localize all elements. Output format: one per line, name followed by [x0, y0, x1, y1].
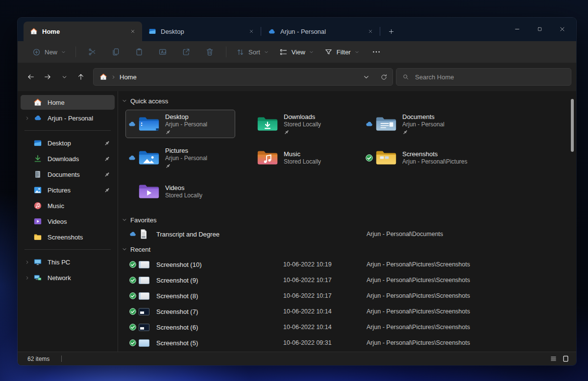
check-status-icon [129, 308, 137, 315]
tab-separator [380, 27, 380, 36]
recent-row[interactable]: Screenshot (9) 10-06-2022 10:17 Arjun - … [122, 272, 576, 288]
address-dropdown-icon[interactable] [363, 74, 369, 80]
recent-row[interactable]: Screenshot (7) 10-06-2022 10:14 Arjun - … [122, 304, 576, 319]
rename-button[interactable] [151, 44, 174, 60]
see-more-button[interactable] [365, 44, 388, 60]
sidebar-item-label: Arjun - Personal [48, 115, 115, 122]
section-quick-access[interactable]: Quick access [122, 96, 576, 105]
sidebar-item-downloads[interactable]: Downloads [21, 151, 115, 166]
pin-icon [104, 156, 110, 162]
address-row: Home [18, 63, 576, 91]
share-button[interactable] [175, 44, 197, 60]
tile-desktop[interactable]: Desktop Arjun - Personal [125, 110, 235, 138]
tile-videos[interactable]: Videos Stored Locally [125, 177, 235, 206]
chevron-down-icon [309, 50, 314, 54]
document-file-icon [139, 229, 155, 239]
sidebar-item-network[interactable]: Network [21, 270, 115, 285]
section-recent[interactable]: Recent [122, 245, 576, 254]
view-button[interactable]: View [274, 45, 318, 60]
recent-locations-button[interactable] [56, 69, 73, 85]
tile-subtitle: Arjun - Personal [402, 121, 444, 128]
address-bar[interactable]: Home [93, 68, 393, 86]
recent-row[interactable]: Screenshot (5) 10-06-2022 09:31 Arjun - … [122, 335, 576, 351]
maximize-button[interactable] [528, 18, 551, 40]
sidebar-item-onedrive[interactable]: Arjun - Personal [21, 111, 115, 125]
tile-music[interactable]: Music Stored Locally [244, 143, 354, 172]
tile-downloads[interactable]: Downloads Stored Locally [244, 110, 354, 138]
section-label: Favorites [130, 216, 156, 224]
up-button[interactable] [73, 69, 89, 85]
sidebar-item-documents[interactable]: Documents [21, 167, 115, 182]
new-tab-button[interactable] [388, 28, 394, 35]
sidebar-item-desktop[interactable]: Desktop [21, 136, 115, 150]
tab-close-icon[interactable] [249, 29, 254, 34]
expand-chevron[interactable] [21, 276, 33, 280]
chevron-down-icon [122, 217, 127, 222]
cut-button[interactable] [81, 44, 103, 60]
tab-home[interactable]: Home [24, 22, 142, 41]
recent-row[interactable]: Screenshot (8) 10-06-2022 10:17 Arjun - … [122, 288, 576, 304]
tile-text: Music Stored Locally [284, 150, 321, 165]
videos-folder-icon [138, 182, 160, 201]
file-path: Arjun - Personal\Pictures\Screenshots [367, 292, 576, 299]
search-input[interactable] [415, 73, 565, 81]
section-label: Quick access [130, 97, 168, 105]
file-date: 10-06-2022 09:31 [283, 339, 367, 346]
pin-icon [165, 163, 171, 169]
status-separator [61, 356, 62, 362]
tile-screenshots[interactable]: Screenshots Arjun - Personal\Pictures [363, 143, 472, 172]
file-path: Arjun - Personal\Pictures\Screenshots [367, 308, 576, 315]
sidebar-item-home[interactable]: Home [21, 95, 115, 110]
check-status-icon [129, 339, 137, 347]
view-toggles [550, 355, 569, 362]
tab-arjun-personal[interactable]: Arjun - Personal [261, 22, 380, 41]
tile-pictures[interactable]: Pictures Arjun - Personal [125, 143, 235, 172]
copy-button[interactable] [104, 44, 127, 60]
tab-close-icon[interactable] [368, 29, 373, 34]
pin-icon [402, 129, 408, 135]
back-button[interactable] [23, 69, 39, 85]
cloud-status-icon [128, 154, 136, 162]
chevron-down-icon [264, 50, 269, 54]
file-path: Arjun - Personal\Pictures\Screenshots [367, 339, 576, 346]
filter-button[interactable]: Filter [319, 45, 364, 60]
search-box[interactable] [396, 68, 571, 86]
expand-chevron[interactable] [21, 116, 33, 120]
recent-row[interactable]: Screenshot (10) 10-06-2022 10:19 Arjun -… [122, 257, 576, 272]
recent-row[interactable]: Screenshot (6) 10-06-2022 10:14 Arjun - … [122, 319, 576, 335]
sort-button[interactable]: Sort [231, 45, 273, 60]
tile-documents[interactable]: Documents Arjun - Personal [363, 110, 472, 138]
details-view-button[interactable] [550, 355, 557, 362]
paste-button[interactable] [128, 44, 150, 60]
file-date: 10-06-2022 10:14 [283, 308, 367, 315]
minimize-button[interactable] [506, 18, 528, 40]
file-date: 10-06-2022 10:17 [283, 277, 367, 284]
tile-title: Videos [165, 184, 202, 191]
sidebar-item-this-pc[interactable]: This PC [21, 255, 115, 269]
forward-button[interactable] [39, 69, 56, 85]
sidebar-item-videos[interactable]: Videos [21, 214, 115, 229]
sidebar-item-screenshots[interactable]: Screenshots [21, 230, 115, 244]
section-favorites[interactable]: Favorites [122, 215, 576, 224]
refresh-icon[interactable] [380, 73, 388, 81]
minimize-icon [514, 26, 520, 32]
close-button[interactable] [551, 18, 573, 40]
sidebar-item-pictures[interactable]: Pictures [21, 183, 115, 197]
network-icon [33, 273, 42, 282]
tile-subtitle: Arjun - Personal\Pictures [402, 158, 467, 165]
tab-desktop[interactable]: Desktop [142, 22, 261, 41]
chevron-down-icon [62, 74, 67, 80]
large-icons-view-button[interactable] [562, 355, 569, 362]
favorite-row[interactable]: Transcript and Degree Arjun - Personal\D… [122, 226, 576, 242]
scrollbar[interactable] [571, 99, 574, 152]
documents-folder-icon [375, 115, 397, 133]
new-button[interactable]: New [27, 45, 71, 60]
screenshot-thumbnail-icon [139, 308, 155, 315]
delete-button[interactable] [198, 44, 221, 60]
file-path: Arjun - Personal\Pictures\Screenshots [367, 324, 576, 331]
sidebar-item-music[interactable]: Music [21, 198, 115, 213]
tab-close-icon[interactable] [130, 29, 135, 34]
breadcrumb[interactable]: Home [120, 73, 363, 81]
items-view: Quick access Desktop Arjun - Personal [118, 91, 576, 352]
expand-chevron[interactable] [21, 260, 33, 264]
